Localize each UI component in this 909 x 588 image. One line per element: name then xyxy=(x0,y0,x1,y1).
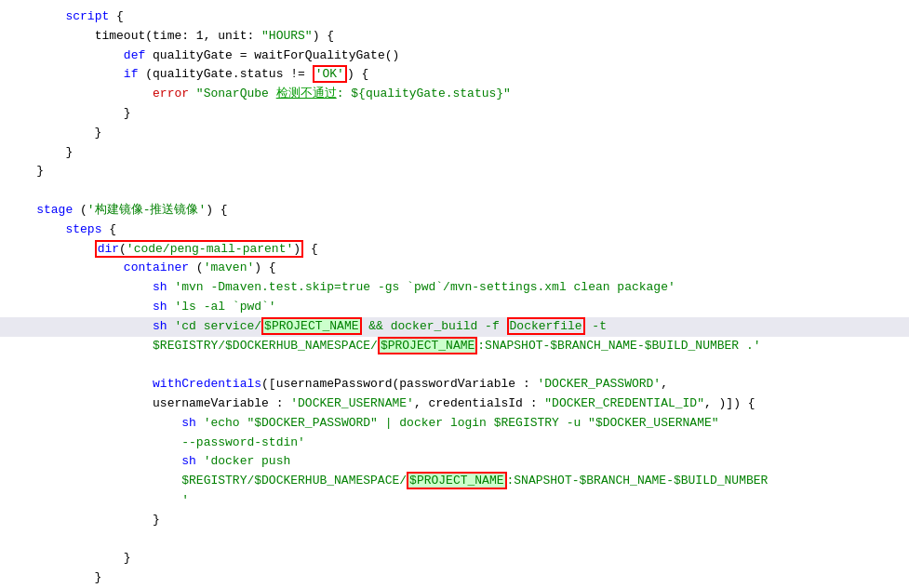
code-line-dir: dir('code/peng-mall-parent') { xyxy=(0,240,909,260)
code-line-push-registry: $REGISTRY/$DOCKERHUB_NAMESPACE/$PROJECT_… xyxy=(0,472,909,491)
code-line: script { xyxy=(0,7,909,27)
code-line xyxy=(0,181,909,201)
code-container: script { timeout(time: 1, unit: "HOURS")… xyxy=(0,0,909,588)
code-line: timeout(time: 1, unit: "HOURS") { xyxy=(0,27,909,47)
code-line-ok-check: if (qualityGate.status != 'OK') { xyxy=(0,65,909,85)
code-line-quote: ' xyxy=(0,491,909,511)
code-line: } xyxy=(0,143,909,163)
code-line-withcredentials: withCredentials([usernamePassword(passwo… xyxy=(0,375,909,394)
code-line: container ('maven') { xyxy=(0,259,909,278)
code-line: } xyxy=(0,104,909,124)
code-line xyxy=(0,530,909,550)
code-line-error: error "SonarQube 检测不通过: ${qualityGate.st… xyxy=(0,85,909,104)
code-line xyxy=(0,355,909,375)
code-line-docker-build: sh 'cd service/$PROJECT_NAME && docker_b… xyxy=(0,317,909,337)
code-line-registry: $REGISTRY/$DOCKERHUB_NAMESPACE/$PROJECT_… xyxy=(0,337,909,356)
code-line: } xyxy=(0,549,909,568)
code-line: } xyxy=(0,511,909,530)
code-line-mvn: sh 'mvn -Dmaven.test.skip=true -gs `pwd`… xyxy=(0,278,909,298)
code-line-password-stdin: --password-stdin' xyxy=(0,434,909,453)
code-line: def qualityGate = waitForQualityGate() xyxy=(0,47,909,66)
code-line: steps { xyxy=(0,220,909,240)
code-line-ls: sh 'ls -al `pwd`' xyxy=(0,298,909,317)
code-line-docker-login: sh 'echo "$DOCKER_PASSWORD" | docker log… xyxy=(0,414,909,434)
code-line-docker-push: sh 'docker push xyxy=(0,452,909,472)
code-line-username-var: usernameVariable : 'DOCKER_USERNAME', cr… xyxy=(0,394,909,414)
code-line: } xyxy=(0,568,909,588)
code-line-stage: stage ('构建镜像-推送镜像') { xyxy=(0,201,909,220)
code-line: } xyxy=(0,124,909,143)
code-line: } xyxy=(0,162,909,181)
